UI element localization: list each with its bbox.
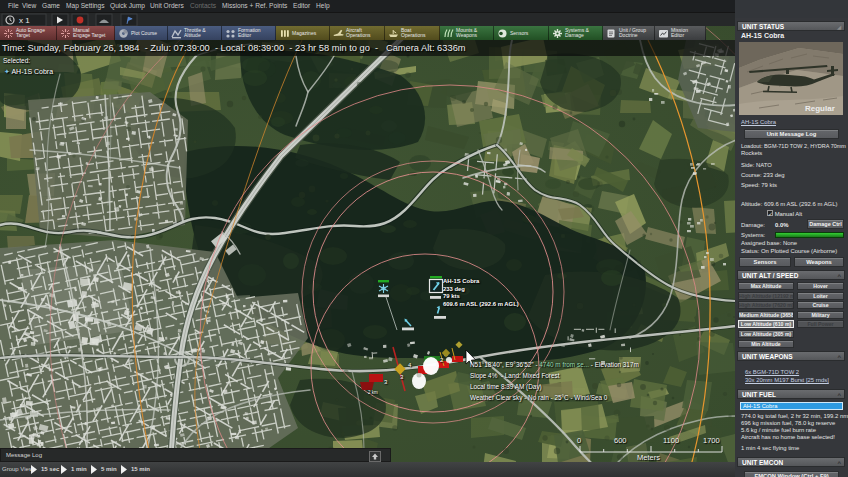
svg-text:600: 600 xyxy=(614,436,627,445)
svg-text:x 1: x 1 xyxy=(19,16,30,25)
svg-text:Regular: Regular xyxy=(805,104,835,113)
svg-text:Meters: Meters xyxy=(637,453,660,462)
svg-text:0: 0 xyxy=(577,436,581,445)
svg-text:1100: 1100 xyxy=(663,436,679,445)
svg-text:1700: 1700 xyxy=(703,436,720,445)
